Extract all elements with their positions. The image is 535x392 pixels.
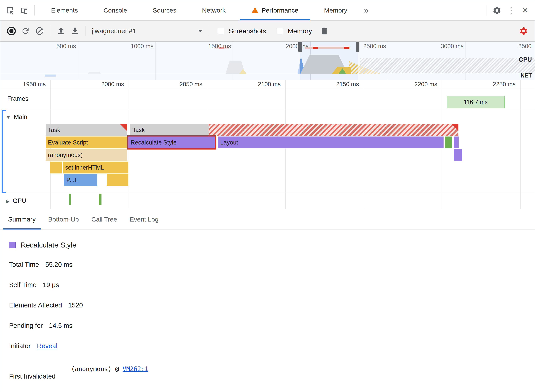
overview-tick-label: 2500 ms bbox=[339, 43, 386, 50]
tab-bottom-up[interactable]: Bottom-Up bbox=[42, 209, 85, 229]
save-profile-button[interactable] bbox=[68, 24, 82, 38]
load-profile-button[interactable] bbox=[54, 24, 68, 38]
more-tabs-button[interactable] bbox=[360, 5, 373, 15]
close-devtools-button[interactable] bbox=[518, 3, 532, 17]
capture-settings-button[interactable] bbox=[516, 24, 531, 38]
tab-label: Performance bbox=[262, 7, 298, 14]
gear-icon bbox=[493, 6, 502, 15]
source-location-link[interactable]: VM262:1 bbox=[123, 365, 148, 373]
toolbar-divider bbox=[50, 26, 50, 36]
toolbar-divider bbox=[209, 26, 209, 36]
details-tab-bar: Summary Bottom-Up Call Tree Event Log bbox=[0, 209, 535, 230]
summary-row: Initiator Reveal bbox=[9, 342, 57, 350]
tab-memory[interactable]: Memory bbox=[311, 0, 360, 20]
event-label: Recalculate Style bbox=[131, 139, 177, 146]
settings-button[interactable] bbox=[490, 3, 504, 17]
tab-performance[interactable]: Performance bbox=[238, 0, 311, 20]
tab-label: Elements bbox=[51, 7, 78, 14]
legend-color-swatch bbox=[9, 242, 16, 248]
overview-tick-label: 3000 ms bbox=[417, 43, 464, 50]
tab-label: Call Tree bbox=[91, 216, 117, 223]
net-label: NET bbox=[521, 72, 532, 79]
tab-call-tree[interactable]: Call Tree bbox=[85, 209, 123, 229]
inspect-element-button[interactable] bbox=[3, 3, 17, 17]
record-icon bbox=[7, 27, 16, 35]
memory-checkbox[interactable] bbox=[277, 28, 283, 34]
summary-value: 14.5 ms bbox=[49, 322, 72, 329]
trash-icon bbox=[320, 26, 329, 36]
overview-tick-label: 3500 bbox=[485, 43, 531, 50]
overview-tick-label: 1500 ms bbox=[184, 43, 231, 50]
stack-frame-text: (anonymous) @ bbox=[71, 365, 123, 373]
device-toolbar-icon bbox=[19, 6, 28, 15]
selected-event-legend: Recalculate Style bbox=[9, 241, 76, 249]
warning-icon bbox=[251, 7, 259, 14]
memory-toggle[interactable]: Memory bbox=[277, 27, 312, 35]
performance-toolbar: jlwagner.net #1 Screenshots Memory bbox=[0, 21, 535, 42]
tab-label: Memory bbox=[324, 7, 347, 14]
reveal-link[interactable]: Reveal bbox=[37, 342, 57, 350]
tab-label: Sources bbox=[153, 7, 176, 14]
overview-tick-label: 500 ms bbox=[29, 43, 76, 50]
overview-tick-label: 1000 ms bbox=[107, 43, 154, 50]
overview-activity bbox=[313, 47, 318, 49]
device-toolbar-button[interactable] bbox=[17, 3, 31, 17]
tab-label: Summary bbox=[8, 216, 36, 223]
tab-elements[interactable]: Elements bbox=[38, 0, 91, 20]
summary-label: Total Time bbox=[9, 261, 39, 268]
upload-icon bbox=[56, 26, 66, 36]
summary-row: Self Time 19 μs bbox=[9, 281, 59, 289]
tab-label: Bottom-Up bbox=[48, 216, 79, 223]
devtools-window: Elements Console Sources Network Perform… bbox=[0, 0, 535, 392]
summary-panel: Recalculate Style Total Time 55.20 ms Se… bbox=[0, 230, 535, 392]
summary-value: 55.20 ms bbox=[45, 261, 72, 268]
summary-label: Elements Affected bbox=[9, 302, 62, 309]
download-icon bbox=[70, 26, 80, 36]
summary-value: 19 μs bbox=[43, 281, 59, 289]
delete-recording-button[interactable] bbox=[317, 24, 331, 38]
gpu-activity-mark bbox=[69, 194, 71, 205]
first-invalidated-label: First Invalidated bbox=[9, 373, 56, 380]
summary-label: Initiator bbox=[9, 342, 31, 350]
first-invalidated-stack: (anonymous) @ VM262:1 bbox=[71, 365, 148, 373]
toolbar-divider bbox=[85, 26, 86, 36]
profile-select[interactable]: jlwagner.net #1 bbox=[89, 27, 205, 35]
block-icon bbox=[35, 26, 44, 36]
inspect-icon bbox=[5, 6, 14, 15]
tab-label: Network bbox=[202, 7, 225, 14]
screenshots-checkbox[interactable] bbox=[218, 28, 224, 34]
memory-label: Memory bbox=[288, 27, 312, 35]
gpu-activity-mark bbox=[99, 194, 102, 205]
toolbar-divider bbox=[34, 5, 35, 15]
screenshots-toggle[interactable]: Screenshots bbox=[218, 27, 266, 35]
profile-select-value: jlwagner.net #1 bbox=[92, 27, 136, 35]
summary-value: 1520 bbox=[68, 302, 83, 309]
summary-row: Elements Affected 1520 bbox=[9, 302, 83, 309]
flame-event-recalculate-style[interactable]: Recalculate Style bbox=[128, 136, 215, 148]
tab-console[interactable]: Console bbox=[91, 0, 140, 20]
tab-sources[interactable]: Sources bbox=[140, 0, 189, 20]
selected-event-name: Recalculate Style bbox=[21, 241, 76, 249]
devtools-tabs: Elements Console Sources Network Perform… bbox=[38, 0, 360, 20]
screenshots-label: Screenshots bbox=[229, 27, 266, 35]
timeline-overview[interactable]: CPU NET 500 ms1000 ms1500 ms2000 ms2500 … bbox=[0, 42, 535, 80]
tab-summary[interactable]: Summary bbox=[2, 209, 42, 229]
toolbar-divider bbox=[486, 5, 486, 15]
gpu-track-events bbox=[0, 80, 535, 209]
reload-and-record-button[interactable] bbox=[19, 24, 33, 38]
summary-label: Self Time bbox=[9, 281, 37, 289]
gear-icon bbox=[519, 26, 528, 36]
clear-button[interactable] bbox=[33, 24, 47, 38]
tab-label: Event Log bbox=[130, 216, 159, 223]
chevron-down-icon bbox=[198, 30, 203, 33]
kebab-menu-button[interactable] bbox=[504, 3, 518, 17]
cpu-label: CPU bbox=[519, 56, 532, 63]
overview-tick-label: 2000 ms bbox=[262, 43, 309, 50]
record-button[interactable] bbox=[4, 24, 19, 38]
tab-network[interactable]: Network bbox=[189, 0, 238, 20]
summary-row: Pending for 14.5 ms bbox=[9, 322, 72, 329]
devtools-tab-bar: Elements Console Sources Network Perform… bbox=[0, 0, 535, 21]
tab-event-log[interactable]: Event Log bbox=[123, 209, 165, 229]
reload-icon bbox=[21, 26, 30, 36]
flame-chart-area[interactable]: 1950 ms2000 ms2050 ms2100 ms2150 ms2200 … bbox=[0, 80, 535, 209]
